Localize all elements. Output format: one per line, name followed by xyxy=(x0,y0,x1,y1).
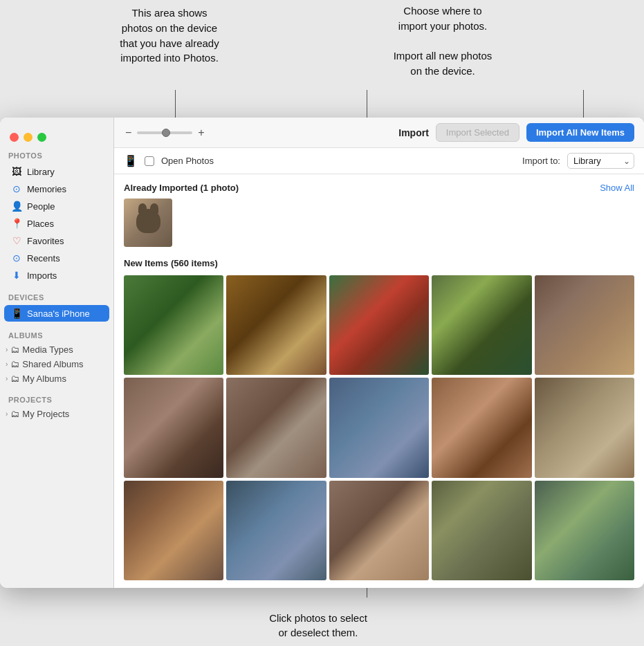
import-all-button[interactable]: Import All New Items xyxy=(526,123,634,142)
iphone-icon: 📱 xyxy=(11,308,22,319)
sidebar-group-my-projects[interactable]: › 🗂 My Projects xyxy=(0,407,113,421)
sidebar-item-memories[interactable]: ⊙ Memories xyxy=(4,181,109,197)
callout-top-left: This area showsphotos on the devicethat … xyxy=(90,6,249,66)
sidebar-item-people[interactable]: 👤 People xyxy=(4,198,109,214)
import-to-select-wrapper: Library New Album xyxy=(567,153,634,169)
photo-thumb-13[interactable] xyxy=(329,481,429,580)
library-icon: 🖼 xyxy=(11,166,22,177)
photo-thumb-7[interactable] xyxy=(226,378,326,477)
open-photos-checkbox[interactable] xyxy=(145,156,154,166)
places-label: Places xyxy=(27,219,54,229)
traffic-lights xyxy=(0,126,113,146)
dog-ear-left xyxy=(138,203,147,213)
dog-ear-right xyxy=(150,203,158,213)
media-types-label: Media Types xyxy=(22,344,73,355)
show-all-link[interactable]: Show All xyxy=(600,183,634,193)
photo-thumb-11[interactable] xyxy=(124,481,223,580)
sidebar-item-favorites[interactable]: ♡ Favorites xyxy=(4,232,109,249)
photo-thumb-4[interactable] xyxy=(432,275,531,375)
already-imported-thumb-inner xyxy=(124,199,172,247)
device-bar: 📱 Open Photos Import to: Library New Alb… xyxy=(114,148,644,174)
folder-shared-icon: 🗂 xyxy=(10,359,19,369)
chevron-my-projects: › xyxy=(6,410,8,418)
sidebar-item-recents[interactable]: ⊙ Recents xyxy=(4,250,109,266)
favorites-label: Favorites xyxy=(27,236,64,246)
sidebar-group-my-albums[interactable]: › 🗂 My Albums xyxy=(0,371,113,386)
memories-label: Memories xyxy=(27,184,66,194)
photo-thumb-12[interactable] xyxy=(226,481,326,580)
folder-my-projects-icon: 🗂 xyxy=(10,409,19,419)
favorites-icon: ♡ xyxy=(11,235,22,246)
places-icon: 📍 xyxy=(11,218,22,229)
sidebar-item-places[interactable]: 📍 Places xyxy=(4,215,109,232)
sidebar-item-iphone[interactable]: 📱 Sanaa's iPhone xyxy=(4,305,109,322)
device-name-label: Sanaa's iPhone xyxy=(27,308,90,319)
sidebar-group-shared-albums[interactable]: › 🗂 Shared Albums xyxy=(0,357,113,371)
photo-thumb-1[interactable] xyxy=(124,275,223,375)
close-button[interactable] xyxy=(10,133,19,142)
imports-icon: ⬇ xyxy=(11,270,22,281)
zoom-in-button[interactable]: + xyxy=(196,127,205,139)
albums-section-label: Albums xyxy=(0,326,113,342)
sidebar-group-media-types[interactable]: › 🗂 Media Types xyxy=(0,342,113,357)
maximize-button[interactable] xyxy=(37,133,46,142)
imports-label: Imports xyxy=(27,270,57,281)
photo-thumb-10[interactable] xyxy=(535,378,634,477)
already-imported-title: Already Imported (1 photo) xyxy=(124,183,239,193)
people-label: People xyxy=(27,201,55,212)
import-section-label: Import xyxy=(398,127,429,138)
photos-section-label: Photos xyxy=(0,146,113,163)
shared-albums-label: Shared Albums xyxy=(22,359,83,369)
my-albums-label: My Albums xyxy=(22,373,66,384)
import-to-label: Import to: xyxy=(522,156,560,166)
photo-thumb-9[interactable] xyxy=(432,378,531,477)
chevron-shared-albums: › xyxy=(6,360,8,368)
photo-thumb-6[interactable] xyxy=(124,378,223,477)
photo-grid xyxy=(124,275,634,580)
dog-shape xyxy=(136,209,160,233)
sidebar-item-library[interactable]: 🖼 Library xyxy=(4,163,109,180)
recents-icon: ⊙ xyxy=(11,252,22,264)
import-toolbar: − + Import Import Selected Import All Ne… xyxy=(114,118,644,148)
sidebar-item-imports[interactable]: ⬇ Imports xyxy=(4,267,109,284)
import-to-select[interactable]: Library New Album xyxy=(567,153,634,169)
folder-media-icon: 🗂 xyxy=(10,344,19,355)
photo-thumb-5[interactable] xyxy=(535,275,634,375)
devices-section-label: Devices xyxy=(0,288,113,304)
sidebar: Photos 🖼 Library ⊙ Memories 👤 People 📍 P… xyxy=(0,118,114,588)
projects-section-label: Projects xyxy=(0,390,113,407)
app-window: Photos 🖼 Library ⊙ Memories 👤 People 📍 P… xyxy=(0,118,644,588)
photo-thumb-2[interactable] xyxy=(226,275,326,375)
memories-icon: ⊙ xyxy=(11,183,22,194)
already-imported-header: Already Imported (1 photo) Show All xyxy=(124,183,634,193)
callout-top-right: Choose where toimport your photos.Import… xyxy=(360,3,526,79)
main-content: − + Import Import Selected Import All Ne… xyxy=(114,118,644,588)
zoom-controls: − + xyxy=(124,127,206,139)
chevron-my-albums: › xyxy=(6,375,8,382)
recents-label: Recents xyxy=(27,253,60,264)
photo-thumb-8[interactable] xyxy=(329,378,429,477)
people-icon: 👤 xyxy=(11,201,22,212)
zoom-slider-thumb xyxy=(162,129,170,137)
chevron-media-types: › xyxy=(6,346,8,353)
my-projects-label: My Projects xyxy=(22,409,69,419)
photo-thumb-14[interactable] xyxy=(432,481,531,580)
folder-my-albums-icon: 🗂 xyxy=(10,373,19,384)
callout-bottom: Click photos to selector deselect them. xyxy=(228,611,408,641)
zoom-slider[interactable] xyxy=(137,131,192,134)
photo-thumb-3[interactable] xyxy=(329,275,429,375)
new-items-title: New Items (560 items) xyxy=(124,258,634,268)
import-selected-button[interactable]: Import Selected xyxy=(436,123,519,142)
device-phone-icon: 📱 xyxy=(124,154,138,167)
already-imported-grid xyxy=(124,199,634,247)
open-photos-label: Open Photos xyxy=(161,156,214,166)
zoom-out-button[interactable]: − xyxy=(124,127,133,139)
minimize-button[interactable] xyxy=(24,133,33,142)
library-label: Library xyxy=(27,167,55,177)
photo-thumb-15[interactable] xyxy=(535,481,634,580)
scroll-area[interactable]: Already Imported (1 photo) Show All New … xyxy=(114,174,644,588)
already-imported-thumb[interactable] xyxy=(124,199,172,247)
